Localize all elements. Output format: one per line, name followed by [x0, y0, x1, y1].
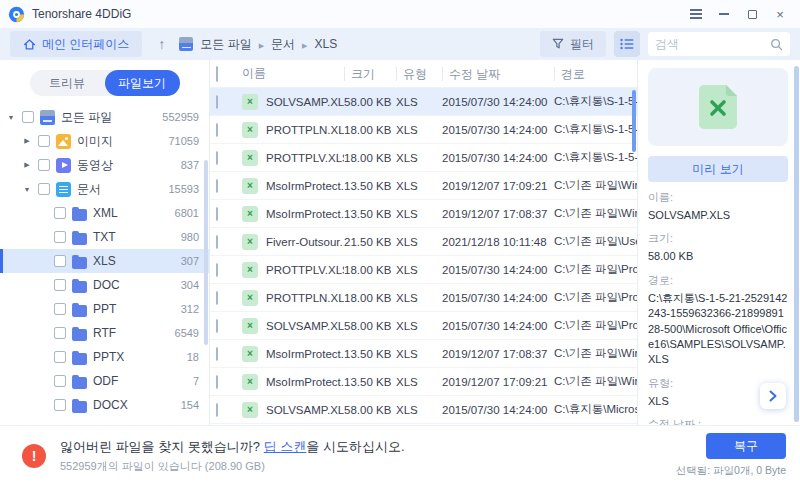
- list-view-button[interactable]: [614, 31, 640, 57]
- file-modified: 2015/07/30 14:24:00: [442, 320, 554, 332]
- tree-item[interactable]: ▼ 문서 15593: [0, 177, 209, 201]
- search-icon[interactable]: [770, 38, 783, 51]
- row-checkbox[interactable]: [216, 179, 218, 193]
- drive-icon: [40, 110, 55, 125]
- table-row[interactable]: PROTTPLV.XLS 18.00 KB XLS 2015/07/30 14:…: [210, 256, 637, 284]
- expand-panel-button[interactable]: [760, 383, 786, 409]
- row-checkbox[interactable]: [216, 263, 218, 277]
- table-row[interactable]: SOLVSAMP.XLS 58.00 KB XLS 2015/07/30 14:…: [210, 396, 637, 424]
- file-path: C:\기존 파일\Wind...: [554, 346, 637, 361]
- table-row[interactable]: SOLVSAMP.XLS 58.00 KB XLS 2015/07/30 14:…: [210, 312, 637, 340]
- file-modified: 2019/12/07 17:09:21: [442, 180, 554, 192]
- expand-arrow-icon[interactable]: ▼: [6, 114, 16, 121]
- tree-checkbox[interactable]: [54, 327, 66, 339]
- header-name[interactable]: 이름: [242, 65, 344, 82]
- preview-thumbnail: [648, 68, 788, 146]
- preview-panel-scrollbar[interactable]: [794, 66, 799, 422]
- sidebar-scrollbar[interactable]: [204, 160, 208, 345]
- table-row[interactable]: PROTTPLN.XLS 18.00 KB XLS 2015/07/30 14:…: [210, 284, 637, 312]
- tree-checkbox[interactable]: [54, 207, 66, 219]
- tree-item[interactable]: TXT 980: [0, 225, 209, 249]
- row-checkbox[interactable]: [216, 207, 218, 221]
- preview-button[interactable]: 미리 보기: [648, 156, 788, 182]
- tree-item-label: RTF: [93, 326, 116, 340]
- table-row[interactable]: PROTTPLV.XLS 18.00 KB XLS 2015/07/30 14:…: [210, 144, 637, 172]
- row-checkbox[interactable]: [216, 375, 218, 389]
- close-button[interactable]: ×: [768, 3, 792, 25]
- menu-icon[interactable]: [684, 3, 708, 25]
- tab-file-view[interactable]: 파일보기: [105, 70, 180, 96]
- tree-item-count: 15593: [168, 183, 199, 195]
- file-tree: ▼ 모든 파일 552959 ▶ 이미지 71059: [0, 105, 209, 417]
- tree-item[interactable]: XLS 307: [0, 249, 209, 273]
- tree-checkbox[interactable]: [38, 135, 50, 147]
- tree-item[interactable]: XML 6801: [0, 201, 209, 225]
- header-modified[interactable]: 수정 날짜: [442, 67, 554, 81]
- main-interface-button[interactable]: 메인 인터페이스: [10, 31, 142, 57]
- row-checkbox[interactable]: [216, 319, 218, 333]
- breadcrumb-item[interactable]: XLS: [302, 37, 337, 51]
- preview-field-value: 58.00 KB: [648, 249, 788, 264]
- tree-item[interactable]: DOC 304: [0, 273, 209, 297]
- recover-button[interactable]: 복구: [706, 433, 786, 459]
- breadcrumb-item[interactable]: 문서: [259, 36, 295, 53]
- row-checkbox[interactable]: [216, 291, 218, 305]
- tree-item[interactable]: DOCX 154: [0, 393, 209, 417]
- row-checkbox[interactable]: [216, 95, 218, 109]
- app-title: Tenorshare 4DDiG: [32, 7, 131, 21]
- file-name: Fiverr-Outsour...: [266, 236, 344, 248]
- file-modified: 2015/07/30 14:24:00: [442, 152, 554, 164]
- table-row[interactable]: PROTTPLN.XLS 18.00 KB XLS 2015/07/30 14:…: [210, 116, 637, 144]
- expand-arrow-icon[interactable]: ▶: [22, 161, 32, 169]
- tree-checkbox[interactable]: [54, 375, 66, 387]
- tree-checkbox[interactable]: [54, 255, 66, 267]
- expand-arrow-icon[interactable]: ▼: [22, 186, 32, 193]
- tree-checkbox[interactable]: [54, 351, 66, 363]
- filter-button[interactable]: 필터: [540, 31, 606, 57]
- table-row[interactable]: MsoIrmProtect... 13.50 KB XLS 2019/12/07…: [210, 340, 637, 368]
- tree-checkbox[interactable]: [54, 399, 66, 411]
- table-row[interactable]: MsoIrmProtect... 13.50 KB XLS 2019/12/07…: [210, 200, 637, 228]
- row-checkbox[interactable]: [216, 123, 218, 137]
- up-level-icon[interactable]: ↑: [158, 36, 165, 52]
- minimize-button[interactable]: [712, 3, 736, 25]
- file-size: 58.00 KB: [344, 96, 396, 108]
- table-scrollbar[interactable]: [632, 90, 636, 152]
- expand-arrow-icon[interactable]: ▶: [22, 137, 32, 145]
- search-input[interactable]: [655, 37, 770, 51]
- tree-item[interactable]: ▼ 모든 파일 552959: [0, 105, 209, 129]
- tree-item[interactable]: RTF 6549: [0, 321, 209, 345]
- tree-checkbox[interactable]: [38, 183, 50, 195]
- tree-item-label: 이미지: [77, 133, 113, 150]
- header-size[interactable]: 크기: [344, 67, 396, 81]
- tree-item[interactable]: PPT 312: [0, 297, 209, 321]
- row-checkbox[interactable]: [216, 151, 218, 165]
- table-row[interactable]: Fiverr-Outsour... 21.50 KB XLS 2021/12/1…: [210, 228, 637, 256]
- deep-scan-link[interactable]: 딥 스캔: [264, 439, 307, 454]
- table-row[interactable]: MsoIrmProtect... 13.50 KB XLS 2019/12/07…: [210, 172, 637, 200]
- tree-checkbox[interactable]: [54, 279, 66, 291]
- file-size: 18.00 KB: [344, 264, 396, 276]
- preview-field-value: SOLVSAMP.XLS: [648, 208, 788, 223]
- tree-checkbox[interactable]: [22, 111, 34, 123]
- table-row[interactable]: MsoIrmProtect... 13.50 KB XLS 2019/12/07…: [210, 368, 637, 396]
- image-icon: [56, 134, 71, 149]
- preview-field: 크기: 58.00 KB: [648, 231, 788, 264]
- tree-item[interactable]: PPTX 18: [0, 345, 209, 369]
- header-path[interactable]: 경로: [554, 67, 637, 81]
- tree-checkbox[interactable]: [54, 303, 66, 315]
- tree-item[interactable]: ▶ 동영상 837: [0, 153, 209, 177]
- tree-item[interactable]: ODF 7: [0, 369, 209, 393]
- row-checkbox[interactable]: [216, 235, 218, 249]
- breadcrumb-item[interactable]: 모든 파일: [200, 36, 251, 53]
- row-checkbox[interactable]: [216, 347, 218, 361]
- row-checkbox[interactable]: [216, 403, 218, 417]
- tab-tree-view[interactable]: 트리뷰: [30, 70, 105, 96]
- maximize-button[interactable]: [740, 3, 764, 25]
- header-type[interactable]: 유형: [396, 67, 442, 81]
- table-row[interactable]: SOLVSAMP.XLS 58.00 KB XLS 2015/07/30 14:…: [210, 88, 637, 116]
- select-all-checkbox[interactable]: [216, 66, 218, 82]
- tree-item[interactable]: ▶ 이미지 71059: [0, 129, 209, 153]
- tree-checkbox[interactable]: [54, 231, 66, 243]
- tree-checkbox[interactable]: [38, 159, 50, 171]
